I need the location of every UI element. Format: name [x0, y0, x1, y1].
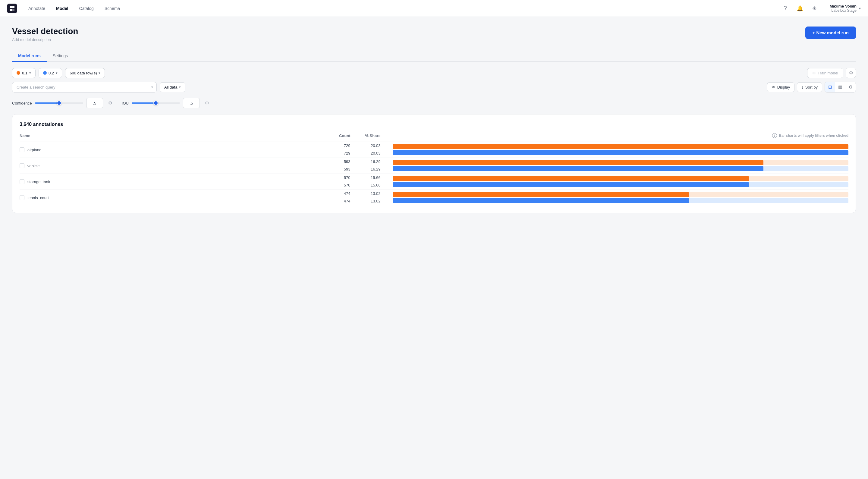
row-label: tennis_court [27, 195, 49, 200]
iou-slider-fill [132, 102, 156, 104]
confidence-group: Confidence ⚙ [12, 98, 115, 108]
col-name-header: Name [20, 133, 333, 142]
grid-view-button[interactable]: ⊞ [825, 82, 835, 92]
bar-blue-row[interactable] [393, 198, 849, 203]
bar-blue-row[interactable] [393, 182, 849, 187]
data-rows-dropdown[interactable]: 600 data row(s) ▾ [65, 68, 105, 78]
display-button[interactable]: 👁 Display [767, 82, 795, 92]
bar-group [393, 144, 849, 155]
all-data-dropdown[interactable]: All data ▾ [160, 82, 185, 92]
train-model-icon: ⚙ [812, 71, 816, 75]
table-row: tennis_court 474 474 13.02 13.02 [20, 190, 848, 206]
shares-block: 16.29 16.29 [363, 158, 381, 173]
data-rows-label: 600 data row(s) [70, 71, 97, 75]
confidence-input[interactable] [86, 98, 103, 108]
run1-chevron: ▾ [29, 71, 31, 75]
bar-orange-row[interactable] [393, 160, 849, 165]
bar-blue-row[interactable] [393, 150, 849, 155]
iou-input[interactable] [183, 98, 200, 108]
barchart-note: Bar charts will apply filters when click… [779, 133, 848, 138]
settings-view-button[interactable]: ⚙ [845, 82, 856, 92]
filter-right: 👁 Display ↕ Sort by ⊞ ▦ ⚙ [767, 82, 856, 93]
bar-blue-fill [393, 182, 749, 187]
row-checkbox[interactable] [20, 179, 24, 184]
sort-by-button[interactable]: ↕ Sort by [797, 82, 822, 92]
run2-dropdown[interactable]: 0.2 ▾ [38, 68, 62, 78]
bar-blue-row[interactable] [393, 166, 849, 171]
tab-model-runs[interactable]: Model runs [12, 50, 47, 62]
count2: 729 [333, 150, 350, 157]
bar-orange-row[interactable] [393, 176, 849, 181]
data-rows-chevron: ▾ [98, 71, 100, 75]
share1: 16.29 [363, 158, 381, 166]
annotations-total: 3,640 annotationss [20, 122, 848, 127]
confidence-slider-track [35, 102, 83, 104]
row-checkbox[interactable] [20, 147, 24, 152]
confidence-label: Confidence [12, 101, 32, 105]
search-input-wrap: ▾ [12, 82, 157, 93]
confidence-slider-fill [35, 102, 59, 104]
confidence-slider[interactable] [35, 100, 83, 106]
all-data-chevron: ▾ [179, 85, 181, 89]
svg-rect-2 [10, 9, 12, 11]
controls-right: ⚙ Train model ⚙ [807, 68, 856, 78]
notifications-icon-button[interactable]: 🔔 [795, 3, 805, 14]
name-cell: vehicle [20, 158, 333, 174]
row-checkbox[interactable] [20, 195, 24, 200]
bar-orange-fill [393, 192, 689, 197]
svg-rect-1 [12, 6, 14, 8]
search-input[interactable] [12, 82, 157, 93]
bar-orange-row[interactable] [393, 192, 849, 197]
shares-block: 15.66 15.66 [363, 174, 381, 189]
row-label: storage_tank [27, 180, 50, 184]
bar-cell[interactable] [393, 174, 849, 190]
user-menu[interactable]: Maxime Voisin Labelbox Stage ▾ [830, 4, 861, 13]
confidence-slider-thumb[interactable] [57, 101, 61, 105]
counts-block: 474 474 [333, 190, 350, 205]
shares-block: 20.03 20.03 [363, 142, 381, 157]
confidence-row: Confidence ⚙ IOU ⚙ [12, 98, 856, 108]
iou-slider[interactable] [132, 100, 180, 106]
help-icon-button[interactable]: ? [780, 3, 791, 14]
nav-annotate[interactable]: Annotate [24, 4, 50, 13]
col-bar-header: i Bar charts will apply filters when cli… [393, 133, 849, 142]
theme-icon-button[interactable]: ☀ [809, 3, 820, 14]
new-model-run-button[interactable]: + New model run [805, 27, 856, 39]
train-model-button[interactable]: ⚙ Train model [807, 68, 843, 78]
user-org: Labelbox Stage [830, 8, 857, 13]
display-icon: 👁 [772, 85, 775, 90]
tabs: Model runs Settings [12, 50, 856, 62]
confidence-gear-icon[interactable]: ⚙ [106, 99, 115, 107]
iou-gear-icon[interactable]: ⚙ [203, 99, 211, 107]
view-toggle: ⊞ ▦ ⚙ [825, 82, 856, 93]
count-cell: 729 729 [333, 142, 363, 158]
page-header-left: Vessel detection Add model description [12, 27, 78, 42]
user-info: Maxime Voisin Labelbox Stage [830, 4, 857, 13]
row-name-group: tennis_court [20, 195, 333, 200]
tab-settings[interactable]: Settings [47, 50, 74, 62]
logo[interactable] [7, 4, 17, 13]
col-count-header: Count [333, 133, 363, 142]
bar-chart-view-button[interactable]: ▦ [835, 82, 845, 92]
bar-orange-row[interactable] [393, 144, 849, 149]
share-cell: 15.66 15.66 [363, 174, 393, 190]
share1: 13.02 [363, 190, 381, 198]
row-checkbox[interactable] [20, 163, 24, 168]
row-label: vehicle [27, 164, 39, 168]
bar-cell[interactable] [393, 190, 849, 206]
nav-schema[interactable]: Schema [100, 4, 124, 13]
bar-cell[interactable] [393, 158, 849, 174]
run1-dropdown[interactable]: 0.1 ▾ [12, 68, 36, 78]
iou-slider-thumb[interactable] [153, 101, 158, 105]
train-model-label: Train model [818, 71, 838, 75]
share2: 16.29 [363, 166, 381, 173]
settings-icon-button[interactable]: ⚙ [846, 68, 856, 78]
bar-orange-fill [393, 144, 849, 149]
share-cell: 20.03 20.03 [363, 142, 393, 158]
nav-catalog[interactable]: Catalog [75, 4, 98, 13]
share2: 13.02 [363, 198, 381, 205]
bar-cell[interactable] [393, 142, 849, 158]
nav-model[interactable]: Model [52, 4, 72, 13]
counts-block: 570 570 [333, 174, 350, 189]
bar-orange-fill [393, 160, 764, 165]
